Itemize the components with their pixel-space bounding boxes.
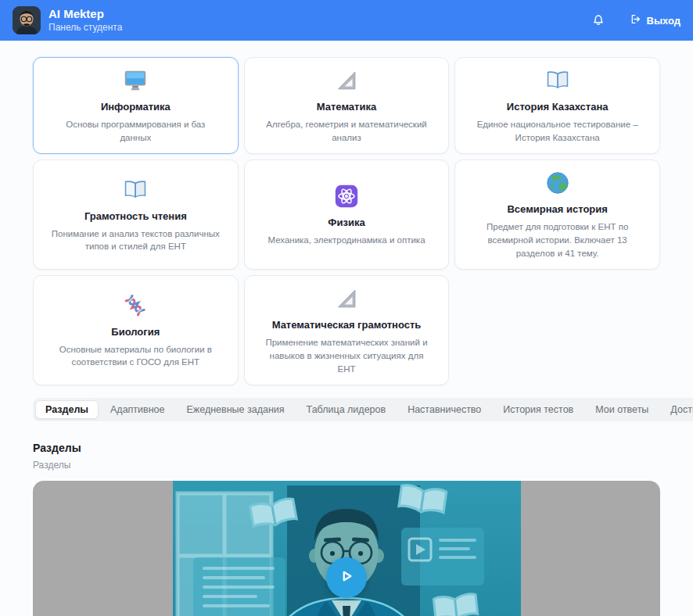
section-subtitle: Разделы bbox=[33, 460, 660, 471]
course-card[interactable]: Физика Механика, электродинамика и оптик… bbox=[244, 159, 450, 270]
tab-таблица-лидеров[interactable]: Таблица лидеров bbox=[296, 400, 397, 419]
app-title: AI Mektep bbox=[48, 7, 122, 22]
course-description: Применение математических знаний и навык… bbox=[262, 336, 432, 375]
notifications-button[interactable] bbox=[586, 7, 611, 34]
course-title: Всемирная история bbox=[507, 203, 607, 215]
video-player[interactable] bbox=[33, 481, 660, 616]
main-content: Информатика Основы программирования и ба… bbox=[0, 57, 693, 616]
logout-button[interactable]: Выход bbox=[628, 13, 680, 28]
course-grid: Информатика Основы программирования и ба… bbox=[33, 57, 660, 385]
course-title: Биология bbox=[111, 326, 160, 338]
play-icon bbox=[336, 566, 357, 589]
desktop-computer-icon bbox=[122, 67, 149, 94]
course-title: Грамотность чтения bbox=[84, 210, 187, 222]
play-button[interactable] bbox=[326, 557, 367, 598]
course-description: Единое национальное тестирование – Истор… bbox=[472, 118, 642, 144]
course-description: Механика, электродинамика и оптика bbox=[268, 234, 425, 247]
course-title: История Казахстана bbox=[507, 101, 609, 113]
course-card[interactable]: Математика Алгебра, геометрия и математи… bbox=[244, 57, 450, 154]
course-description: Основы программирования и баз данных bbox=[51, 118, 221, 144]
course-card[interactable]: Информатика Основы программирования и ба… bbox=[33, 57, 239, 154]
atom-icon bbox=[333, 183, 360, 210]
course-title: Информатика bbox=[101, 101, 171, 113]
open-book-icon bbox=[122, 177, 149, 203]
tab-наставничество[interactable]: Наставничество bbox=[397, 400, 491, 419]
course-description: Понимание и анализ текстов различных тип… bbox=[51, 227, 221, 253]
open-book-icon bbox=[544, 67, 571, 94]
section-title: Разделы bbox=[33, 442, 660, 454]
tab-разделы[interactable]: Разделы bbox=[35, 400, 99, 419]
course-card[interactable]: История Казахстана Единое национальное т… bbox=[454, 57, 660, 154]
app-header: AI Mektep Панель студента Выход bbox=[0, 0, 693, 41]
course-description: Предмет для подготовки к ЕНТ по всемирно… bbox=[472, 220, 642, 260]
tab-bar: Разделы Адаптивное Ежедневные задания Та… bbox=[33, 398, 693, 421]
globe-icon bbox=[544, 170, 571, 196]
tabs-row: Разделы Адаптивное Ежедневные задания Та… bbox=[33, 398, 660, 421]
triangular-ruler-icon bbox=[333, 67, 360, 94]
course-card[interactable]: Грамотность чтения Понимание и анализ те… bbox=[33, 159, 239, 270]
course-card[interactable]: Математическая грамотность Применение ма… bbox=[244, 275, 450, 385]
course-card[interactable]: Всемирная история Предмет для подготовки… bbox=[454, 159, 660, 270]
tab-адаптивное[interactable]: Адаптивное bbox=[100, 400, 175, 419]
dna-icon bbox=[122, 292, 149, 319]
tab-ежедневные-задания[interactable]: Ежедневные задания bbox=[177, 400, 295, 419]
bell-icon bbox=[591, 12, 606, 30]
course-description: Алгебра, геометрия и математический анал… bbox=[262, 118, 432, 144]
app-logo bbox=[13, 6, 41, 34]
course-title: Математическая грамотность bbox=[272, 319, 422, 331]
tab-история-тестов[interactable]: История тестов bbox=[493, 400, 583, 419]
logout-icon bbox=[628, 13, 641, 28]
app-subtitle: Панель студента bbox=[48, 22, 122, 34]
logout-label: Выход bbox=[647, 15, 680, 27]
course-title: Математика bbox=[317, 101, 376, 113]
course-title: Физика bbox=[328, 217, 364, 228]
tab-достижения[interactable]: Достижения bbox=[660, 400, 693, 419]
tab-мои-ответы[interactable]: Мои ответы bbox=[585, 400, 659, 419]
triangular-ruler-icon bbox=[333, 285, 360, 312]
course-description: Основные материалы по биологии в соответ… bbox=[51, 343, 221, 369]
course-card[interactable]: Биология Основные материалы по биологии … bbox=[33, 275, 239, 385]
